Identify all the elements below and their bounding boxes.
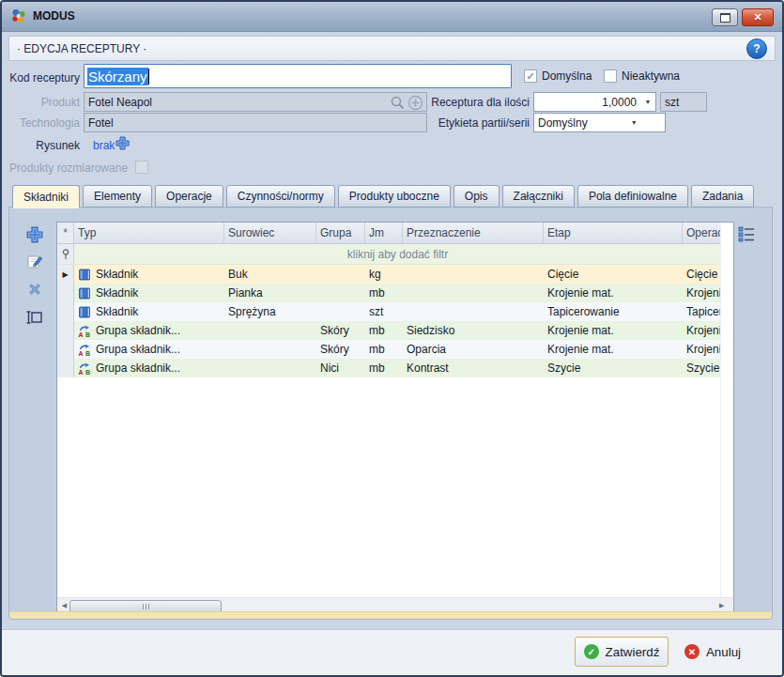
domyslna-checkbox-box[interactable]: ✓	[524, 69, 537, 83]
row-indicator	[57, 340, 74, 359]
cell-grupa	[316, 265, 365, 284]
tab-załączniki[interactable]: Załączniki	[502, 185, 575, 208]
text-caret	[148, 69, 149, 85]
restore-button[interactable]	[712, 8, 738, 26]
rename-size-button[interactable]	[24, 307, 45, 328]
cell-operacja: Szycie	[683, 359, 721, 377]
tab-opis[interactable]: Opis	[453, 185, 500, 208]
restore-icon	[720, 13, 730, 23]
table-row[interactable]: A B Grupa składnik... Skóry mb Siedzisko…	[57, 321, 721, 340]
tab-elementy[interactable]: Elementy	[83, 185, 152, 208]
zatwierdz-button[interactable]: ✓ Zatwierdź	[575, 637, 669, 667]
grid-filter-row[interactable]: kliknij aby dodać filtr	[57, 244, 721, 265]
table-row[interactable]: ▶ Składnik Buk kg Cięcie Cięcie	[57, 265, 721, 284]
cell-jm: mb	[365, 359, 403, 377]
help-icon[interactable]: ?	[746, 38, 767, 59]
cell-surowiec: Pianka	[224, 284, 316, 302]
receptura-quantity-input[interactable]: 1,0000 ▼	[533, 92, 656, 112]
vertical-scrollbar[interactable]	[720, 223, 733, 598]
cell-operacja: Tapicerowanie	[683, 302, 721, 321]
add-drawing-icon[interactable]	[115, 136, 130, 150]
svg-text:B: B	[85, 331, 90, 337]
cell-jm: szt	[365, 302, 403, 321]
tab-label: Czynności/normy	[238, 190, 324, 203]
table-row[interactable]: Składnik Pianka mb Krojenie mat. Krojeni…	[57, 284, 721, 302]
filter-pin-icon	[57, 244, 74, 264]
anuluj-label: Anuluj	[706, 645, 741, 659]
cell-surowiec	[224, 321, 316, 340]
anuluj-button[interactable]: ✕ Anuluj	[674, 637, 751, 667]
nieaktywna-checkbox-box[interactable]	[604, 69, 617, 83]
confirm-check-icon: ✓	[584, 644, 599, 659]
tab-label: Produkty uboczne	[349, 190, 439, 203]
row-indicator	[57, 359, 74, 377]
components-grid: * Typ Surowiec Grupa Jm Przeznaczenie Et…	[56, 222, 734, 614]
domyslna-checkbox[interactable]: ✓ Domyślna	[524, 69, 592, 83]
produkt-label: Produkt	[2, 96, 80, 109]
column-header-przeznaczenie[interactable]: Przeznaczenie	[403, 223, 544, 243]
rysunek-brak-link[interactable]: brak	[93, 139, 115, 152]
column-header-etap[interactable]: Etap	[544, 223, 683, 243]
tab-label: Elementy	[94, 190, 141, 203]
receptura-dla-ilosci-label: Receptura dla ilości	[359, 96, 530, 109]
chevron-down-icon[interactable]: ▼	[640, 99, 655, 105]
table-row[interactable]: Składnik Sprężyna szt Tapicerowanie Tapi…	[57, 302, 721, 321]
row-indicator	[57, 321, 74, 340]
filter-hint[interactable]: kliknij aby dodać filtr	[74, 244, 721, 264]
cell-grupa: Nici	[316, 359, 365, 377]
cell-operacja: Cięcie	[683, 265, 721, 284]
panel-bottom-strip	[9, 611, 772, 619]
tab-label: Pola definiowalne	[589, 190, 677, 203]
tab-czynności-normy[interactable]: Czynności/normy	[226, 185, 335, 208]
group-icon: A B	[78, 362, 91, 375]
produkty-rozmiarowane-checkbox	[135, 161, 148, 174]
etykieta-dropdown[interactable]: Domyślny ▼	[533, 113, 666, 132]
svg-text:A: A	[79, 331, 84, 337]
add-row-button[interactable]	[24, 224, 45, 245]
kod-receptury-label: Kod receptury	[2, 71, 80, 85]
kod-receptury-value: Skórzany	[87, 68, 148, 85]
column-header-typ[interactable]: Typ	[74, 223, 224, 243]
close-button[interactable]: ✕	[742, 8, 774, 26]
cell-etap: Krojenie mat.	[544, 284, 683, 302]
edit-row-button[interactable]	[24, 251, 45, 271]
column-header-operacja[interactable]: Operacja	[683, 223, 721, 243]
column-header-surowiec[interactable]: Surowiec	[224, 223, 316, 243]
kod-receptury-input[interactable]: Skórzany	[84, 64, 512, 88]
column-chooser-icon[interactable]	[737, 225, 756, 242]
titlebar[interactable]: MODUS ✕	[2, 2, 782, 32]
component-icon	[78, 306, 91, 318]
grid-header-row: * Typ Surowiec Grupa Jm Przeznaczenie Et…	[57, 223, 721, 244]
cell-typ: Grupa składnik...	[96, 362, 180, 375]
technologia-label: Technologia	[2, 116, 80, 130]
cell-surowiec: Sprężyna	[224, 302, 316, 321]
tab-składniki[interactable]: Składniki	[12, 185, 80, 208]
rysunek-label: Rysunek	[2, 139, 80, 152]
cell-jm: mb	[365, 340, 403, 359]
delete-row-button[interactable]	[24, 279, 45, 300]
cell-etap: Cięcie	[544, 265, 683, 284]
receptura-quantity-value: 1,0000	[534, 96, 640, 109]
column-header-grupa[interactable]: Grupa	[316, 223, 365, 243]
tab-produkty-uboczne[interactable]: Produkty uboczne	[338, 185, 451, 208]
tab-strip: Składniki Elementy Operacje Czynności/no…	[12, 185, 754, 208]
chevron-down-icon[interactable]: ▼	[600, 119, 666, 126]
group-icon: A B	[78, 344, 91, 356]
nieaktywna-label: Nieaktywna	[622, 69, 680, 83]
row-indicator: ▶	[57, 265, 74, 284]
column-header-jm[interactable]: Jm	[365, 223, 403, 243]
svg-text:B: B	[85, 368, 90, 375]
table-row[interactable]: A B Grupa składnik... Nici mb Kontrast S…	[57, 359, 721, 377]
cell-przeznaczenie	[403, 284, 544, 302]
tab-zadania[interactable]: Zadania	[691, 185, 754, 208]
nieaktywna-checkbox[interactable]: Nieaktywna	[604, 69, 680, 83]
produkty-rozmiarowane-label: Produkty rozmiarowane	[9, 162, 131, 175]
tab-label: Operacje	[166, 190, 212, 203]
cell-typ: Składnik	[96, 305, 138, 318]
table-row[interactable]: A B Grupa składnik... Skóry mb Oparcia K…	[57, 340, 721, 359]
cell-grupa: Skóry	[316, 340, 365, 359]
cell-surowiec	[224, 359, 316, 377]
grid-header-indicator[interactable]: *	[57, 223, 74, 243]
tab-pola-definiowalne[interactable]: Pola definiowalne	[577, 185, 688, 208]
tab-operacje[interactable]: Operacje	[155, 185, 223, 208]
